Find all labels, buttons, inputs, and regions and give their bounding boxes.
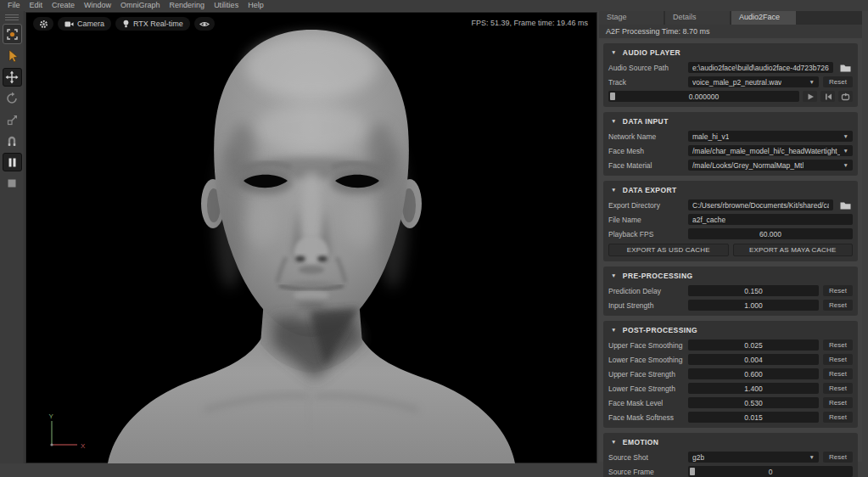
reset-button[interactable]: Reset (823, 397, 853, 408)
lower-face-smoothing-value: 0.004 (744, 356, 762, 364)
playback-fps-input[interactable]: 60.000 (688, 228, 853, 239)
axis-y-label: Y (49, 412, 54, 420)
menu-help[interactable]: Help (245, 0, 271, 11)
section-header-pre-processing[interactable]: ▼ PRE-PROCESSING (608, 269, 853, 282)
lower-face-strength-label: Lower Face Strength (608, 384, 688, 393)
camera-menu-button[interactable]: Camera (58, 17, 111, 31)
source-shot-value: g2b (692, 453, 704, 462)
audio-source-path-input[interactable]: e:\audio2face\build\audio2face-4d723b726… (688, 62, 833, 73)
source-frame-row: Source Frame 0 (608, 466, 853, 477)
chevron-down-icon: ▼ (840, 133, 848, 139)
reset-button[interactable]: Reset (823, 300, 853, 311)
source-shot-row: Source Shot g2b ▼ Reset (608, 452, 853, 463)
section-header-emotion[interactable]: ▼ EMOTION (608, 435, 853, 448)
export-maya-cache-button[interactable]: EXPORT AS MAYA CACHE (733, 244, 854, 256)
audio2face-panel: Stage Details Audio2Face A2F Processing … (599, 8, 862, 462)
browse-export-folder-button[interactable] (837, 199, 853, 210)
menu-utilities[interactable]: Utilities (211, 0, 245, 11)
reset-button[interactable]: Reset (823, 368, 853, 379)
audio-source-path-row: Audio Source Path e:\audio2face\build\au… (608, 62, 853, 73)
menu-edit[interactable]: Edit (27, 0, 50, 11)
reset-button[interactable]: Reset (823, 383, 853, 394)
lower-face-smoothing-input[interactable]: 0.004 (688, 354, 819, 365)
section-title: DATA INPUT (623, 117, 669, 126)
upper-face-smoothing-input[interactable]: 0.025 (688, 340, 819, 351)
export-directory-input[interactable]: C:/Users/rbrowne/Documents/Kit/shared/ca… (688, 199, 833, 210)
cursor-icon (6, 49, 19, 63)
source-shot-label: Source Shot (608, 453, 688, 462)
timeline-slider-handle[interactable] (610, 93, 615, 100)
seek-start-button[interactable] (820, 91, 835, 102)
prediction-delay-label: Prediction Delay (608, 287, 688, 295)
visibility-menu-button[interactable] (194, 17, 215, 31)
loop-icon (841, 93, 850, 101)
section-header-data-input[interactable]: ▼ DATA INPUT (608, 115, 853, 127)
lower-face-strength-input[interactable]: 1.400 (688, 383, 819, 394)
track-dropdown[interactable]: voice_male_p2_neutral.wav ▼ (688, 76, 819, 87)
menu-omnigraph[interactable]: OmniGraph (118, 0, 167, 11)
face-material-row: Face Material /male/Looks/Grey_NormalMap… (608, 160, 853, 171)
input-strength-input[interactable]: 1.000 (688, 300, 819, 311)
face-mask-softness-row: Face Mask Softness 0.015 Reset (608, 412, 853, 423)
track-reset-button[interactable]: Reset (823, 76, 853, 87)
select-tool-button[interactable] (3, 47, 22, 65)
source-frame-slider-handle[interactable] (690, 468, 695, 475)
pause-button[interactable] (3, 153, 22, 171)
menu-create[interactable]: Create (49, 0, 81, 11)
reset-button[interactable]: Reset (823, 412, 853, 423)
section-header-post-processing[interactable]: ▼ POST-PROCESSING (608, 323, 853, 336)
reset-button[interactable]: Reset (823, 340, 853, 351)
face-mask-softness-value: 0.015 (744, 413, 762, 422)
face-mesh-dropdown[interactable]: /male/char_male_model_hi/c_headWatertigh… (688, 145, 853, 156)
face-mask-softness-label: Face Mask Softness (608, 413, 688, 422)
face-material-value: /male/Looks/Grey_NormalMap_Mtl (692, 161, 804, 170)
menu-file[interactable]: File (5, 0, 27, 11)
collapse-triangle-icon: ▼ (611, 118, 617, 124)
prediction-delay-input[interactable]: 0.150 (688, 285, 819, 296)
collapse-triangle-icon: ▼ (611, 439, 617, 445)
selection-mode-button[interactable] (3, 24, 22, 44)
snap-tool-button[interactable] (3, 132, 22, 150)
timeline-slider[interactable]: 0.000000 (608, 91, 799, 102)
magnet-icon (5, 134, 19, 148)
upper-face-strength-input[interactable]: 0.600 (688, 368, 819, 379)
reset-button[interactable]: Reset (823, 354, 853, 365)
folder-icon (840, 64, 851, 72)
playback-fps-label: Playback FPS (608, 230, 688, 238)
viewport-settings-button[interactable] (33, 17, 53, 31)
export-directory-row: Export Directory C:/Users/rbrowne/Docume… (608, 199, 853, 210)
rotate-tool-button[interactable] (3, 89, 22, 108)
reset-button[interactable]: Reset (823, 285, 853, 296)
section-header-audio-player[interactable]: ▼ AUDIO PLAYER (608, 46, 853, 59)
source-frame-value: 0 (769, 468, 773, 476)
collapse-triangle-icon: ▼ (611, 327, 617, 333)
menu-rendering[interactable]: Rendering (167, 0, 212, 11)
source-shot-reset-button[interactable]: Reset (823, 452, 853, 463)
gear-icon (39, 20, 48, 29)
file-name-input[interactable]: a2f_cache (688, 214, 853, 225)
section-header-data-export[interactable]: ▼ DATA EXPORT (608, 183, 853, 196)
stop-button[interactable] (3, 174, 22, 193)
toolbar-grip-handle[interactable] (5, 14, 19, 21)
face-mask-softness-input[interactable]: 0.015 (688, 412, 819, 423)
section-title: POST-PROCESSING (623, 326, 697, 334)
source-frame-slider[interactable]: 0 (688, 466, 853, 477)
browse-audio-folder-button[interactable] (837, 62, 853, 73)
source-shot-dropdown[interactable]: g2b ▼ (688, 452, 819, 463)
loop-button[interactable] (838, 91, 853, 102)
rotate-icon (5, 92, 19, 105)
track-row: Track voice_male_p2_neutral.wav ▼ Reset (608, 76, 853, 87)
face-material-dropdown[interactable]: /male/Looks/Grey_NormalMap_Mtl ▼ (688, 160, 853, 171)
export-usd-cache-button[interactable]: EXPORT AS USD CACHE (608, 244, 729, 256)
network-name-dropdown[interactable]: male_hi_v1 ▼ (688, 131, 853, 142)
move-tool-button[interactable] (3, 68, 22, 87)
chevron-down-icon: ▼ (840, 148, 848, 154)
lower-face-strength-value: 1.400 (744, 384, 762, 393)
play-button[interactable] (803, 91, 817, 102)
play-icon (806, 93, 815, 101)
face-mask-level-input[interactable]: 0.530 (688, 397, 819, 408)
scale-tool-button[interactable] (3, 110, 22, 129)
viewport-canvas[interactable]: Camera RTX Real-time FPS: 51.39, Frame t… (25, 12, 597, 463)
renderer-menu-button[interactable]: RTX Real-time (115, 17, 190, 31)
menu-window[interactable]: Window (81, 0, 118, 11)
